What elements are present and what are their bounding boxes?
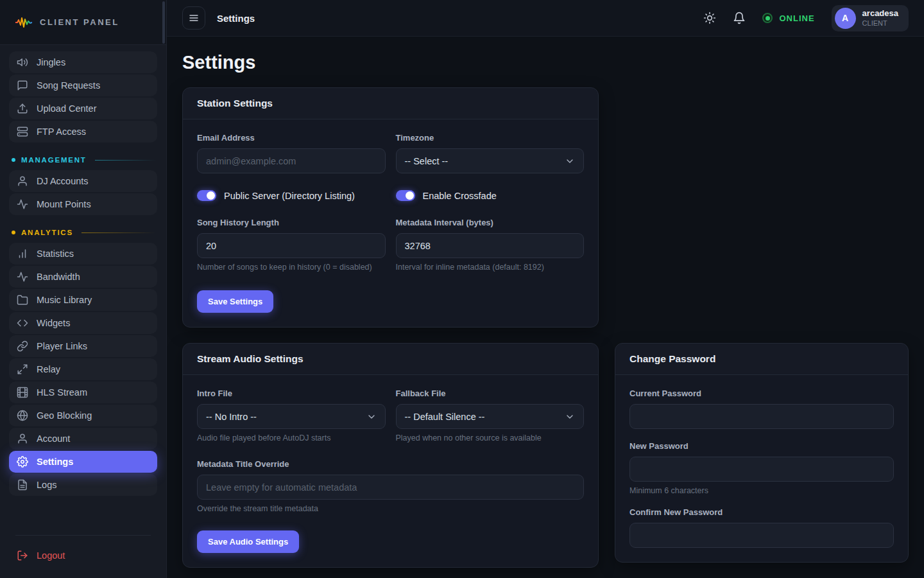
sidebar-item-label: Jingles	[37, 57, 65, 67]
song-history-helper: Number of songs to keep in history (0 = …	[197, 263, 386, 272]
sidebar-item-relay[interactable]: Relay	[9, 358, 157, 380]
metadata-override-label: Metadata Title Override	[197, 459, 584, 469]
section-line	[81, 232, 156, 233]
confirm-password-field[interactable]	[629, 523, 894, 548]
brand: CLIENT PANEL	[0, 0, 166, 45]
intro-file-helper: Audio file played before AutoDJ starts	[197, 434, 386, 442]
nav-section-analytics: ANALYTICS	[12, 229, 156, 236]
timezone-label: Timezone	[396, 133, 585, 143]
fallback-file-helper: Played when no other source is available	[396, 434, 585, 442]
section-label: MANAGEMENT	[21, 156, 87, 164]
sidebar-toggle-button[interactable]	[182, 6, 205, 30]
sidebar-item-settings[interactable]: Settings	[9, 451, 157, 473]
sidebar-item-label: Logs	[37, 480, 56, 490]
sidebar-item-jingles[interactable]: Jingles	[9, 51, 157, 73]
sidebar-item-logs[interactable]: Logs	[9, 474, 157, 496]
sidebar-item-label: Player Links	[37, 341, 87, 351]
metadata-override-field[interactable]	[197, 475, 584, 500]
sidebar-item-label: Geo Blocking	[37, 410, 92, 421]
sidebar-item-logout[interactable]: Logout	[9, 545, 157, 566]
brand-name: CLIENT PANEL	[40, 17, 119, 27]
sidebar-item-label: Bandwidth	[37, 272, 80, 282]
sidebar-item-label: Account	[37, 434, 70, 444]
speaker-icon	[17, 57, 28, 68]
sidebar-item-account[interactable]: Account	[9, 428, 157, 450]
sidebar-item-label: FTP Access	[37, 127, 86, 137]
song-history-field[interactable]	[197, 233, 386, 258]
sidebar-scrollbar-thumb[interactable]	[162, 1, 165, 44]
email-field[interactable]	[197, 148, 386, 173]
section-label: ANALYTICS	[21, 229, 73, 236]
sidebar-item-music-library[interactable]: Music Library	[9, 289, 157, 311]
sidebar-item-ftp-access[interactable]: FTP Access	[9, 121, 157, 143]
sidebar-footer: Logout	[0, 526, 166, 578]
sidebar-nav: JinglesSong RequestsUpload CenterFTP Acc…	[0, 45, 166, 526]
sidebar-item-bandwidth[interactable]: Bandwidth	[9, 266, 157, 288]
chat-icon	[17, 80, 28, 91]
logout-label: Logout	[37, 550, 65, 561]
sidebar-item-label: Settings	[37, 457, 73, 467]
divider	[15, 535, 151, 536]
topbar: Settings ONLINE A arcadesa CLIENT	[167, 0, 924, 37]
current-password-label: Current Password	[629, 389, 894, 398]
sidebar-item-hls-stream[interactable]: HLS Stream	[9, 381, 157, 403]
metadata-interval-field[interactable]	[396, 233, 585, 258]
sidebar-item-widgets[interactable]: Widgets	[9, 312, 157, 334]
activity-icon	[17, 271, 28, 283]
fallback-file-label: Fallback File	[396, 389, 585, 398]
sidebar-item-player-links[interactable]: Player Links	[9, 335, 157, 357]
diagonal-arrows-icon	[17, 363, 28, 375]
user-menu[interactable]: A arcadesa CLIENT	[832, 5, 909, 31]
globe-icon	[17, 410, 28, 421]
sidebar: CLIENT PANEL JinglesSong RequestsUpload …	[0, 0, 167, 578]
chevron-down-icon	[565, 412, 575, 422]
film-icon	[17, 387, 28, 398]
fallback-file-select[interactable]: -- Default Silence --	[396, 404, 585, 429]
chevron-down-icon	[565, 156, 575, 166]
crossfade-toggle[interactable]	[396, 190, 415, 201]
public-server-toggle[interactable]	[197, 190, 216, 201]
intro-file-select[interactable]: -- No Intro --	[197, 404, 386, 429]
link-icon	[17, 340, 28, 352]
folder-icon	[17, 294, 28, 306]
user-icon	[17, 175, 28, 187]
new-password-label: New Password	[629, 441, 894, 451]
sidebar-item-upload-center[interactable]: Upload Center	[9, 98, 157, 119]
online-dot-icon	[762, 13, 773, 23]
sidebar-item-dj-accounts[interactable]: DJ Accounts	[9, 170, 157, 192]
sidebar-item-label: Music Library	[37, 295, 92, 305]
save-settings-button[interactable]: Save Settings	[197, 290, 273, 313]
change-password-card: Change Password Current Password New Pas…	[615, 343, 909, 563]
new-password-field[interactable]	[629, 457, 894, 482]
theme-toggle-button[interactable]	[703, 12, 716, 24]
avatar: A	[835, 8, 856, 29]
page-title: Settings	[182, 52, 909, 73]
song-history-label: Song History Length	[197, 218, 386, 227]
save-audio-settings-button[interactable]: Save Audio Settings	[197, 530, 299, 553]
change-password-title: Change Password	[615, 344, 908, 375]
email-label: Email Address	[197, 133, 386, 143]
section-dot-icon	[12, 231, 15, 234]
sidebar-item-label: DJ Accounts	[37, 176, 89, 186]
section-dot-icon	[12, 158, 15, 162]
metadata-override-helper: Override the stream title metadata	[197, 504, 584, 513]
waveform-icon	[15, 16, 32, 29]
metadata-interval-label: Metadata Interval (bytes)	[396, 218, 585, 227]
timezone-select[interactable]: -- Select --	[396, 148, 585, 173]
chevron-down-icon	[366, 412, 377, 422]
upload-icon	[17, 103, 28, 114]
sun-icon	[703, 12, 716, 24]
user-role: CLIENT	[862, 19, 898, 28]
notifications-button[interactable]	[733, 12, 746, 24]
intro-file-value: -- No Intro --	[206, 412, 257, 422]
sidebar-item-mount-points[interactable]: Mount Points	[9, 193, 157, 215]
hamburger-icon	[189, 13, 199, 23]
sidebar-item-song-requests[interactable]: Song Requests	[9, 74, 157, 96]
gear-icon	[17, 456, 28, 468]
nav-section-management: MANAGEMENT	[12, 156, 156, 164]
bar-chart-icon	[17, 248, 28, 259]
sidebar-item-geo-blocking[interactable]: Geo Blocking	[9, 405, 157, 426]
sidebar-item-statistics[interactable]: Statistics	[9, 243, 157, 265]
current-password-field[interactable]	[629, 404, 894, 429]
timezone-value: -- Select --	[405, 156, 449, 166]
